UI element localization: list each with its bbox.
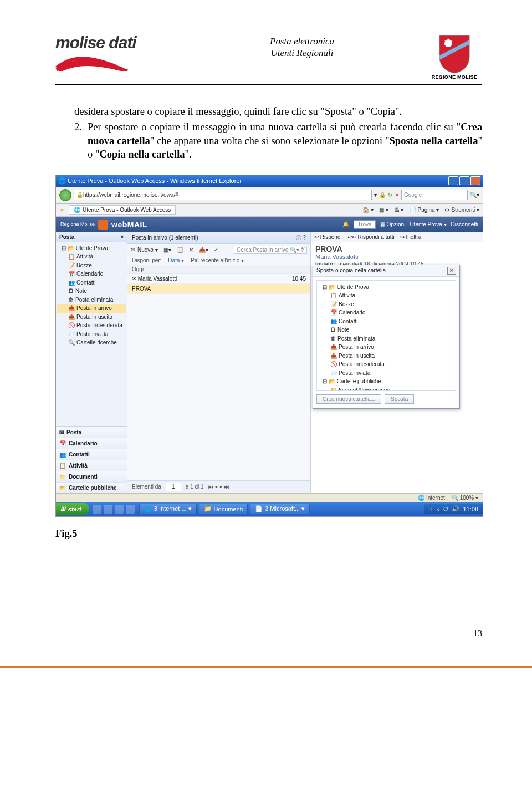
browser-tab[interactable]: 🌐 Utente Prova - Outlook Web Access — [69, 205, 176, 215]
tree-item[interactable]: 🗑 Posta eliminata — [318, 334, 454, 343]
sidebar-bottom-nav: ✉ Posta 📅 Calendario 👥 Contatti 📋 Attivi… — [56, 426, 127, 493]
folder-heading: Posta in arrivo (1 elementi) — [132, 235, 198, 241]
page-menu[interactable]: 📄 Pagina ▾ — [410, 207, 439, 213]
tree-item[interactable]: 📤 Posta in uscita — [57, 313, 126, 322]
favorites-icon[interactable]: ★ — [59, 207, 64, 213]
tray-icon: 🛡 — [442, 506, 448, 512]
message-list: Oggi ✉ Maria Vassalotti10.45 PROVA — [127, 265, 310, 294]
tree-item[interactable]: 📋 Attività — [318, 291, 454, 300]
nav-contatti[interactable]: 👥 Contatti — [56, 449, 127, 460]
reply-all-button[interactable]: ↩↩ Rispondi a tutti — [347, 234, 395, 240]
address-bar[interactable]: 🔒 https://webmail.regione.molise.it/owa/… — [74, 190, 372, 200]
start-button[interactable]: ⊞ start — [56, 503, 89, 515]
tree-item[interactable]: ⊟ 📂 Utente Prova — [318, 283, 454, 292]
quick-launch[interactable] — [89, 505, 138, 514]
options-menu[interactable]: ▦ Opzioni — [380, 221, 406, 227]
home-icon[interactable]: 🏠 ▾ — [362, 207, 374, 213]
group-header: Oggi — [127, 265, 310, 274]
message-row-selected[interactable]: PROVA — [127, 284, 310, 294]
tree-item-selected[interactable]: 📥 Posta in arrivo — [57, 304, 126, 313]
arrange-by[interactable]: Data ▾ — [168, 257, 184, 263]
tree-item[interactable]: ⊟ 📂 Cartelle pubbliche — [318, 377, 454, 386]
tree-item[interactable]: 🗒 Note — [57, 287, 126, 296]
pager: Elementi da a 1 di 1 ⏮ ◀ ▶ ⏭ — [127, 480, 310, 493]
paragraph-continuation: desidera spostare o copiare il messaggio… — [74, 105, 482, 118]
crest-regione-molise: REGIONE MOLISE — [427, 33, 482, 80]
search-messages[interactable]: Cerca Posta in arrivo 🔍▾ ∛ — [234, 246, 307, 254]
print-icon[interactable]: 🖶 ▾ — [394, 207, 404, 213]
new-button[interactable]: ✉ Nuovo ▾ — [131, 247, 158, 253]
tree-item[interactable]: 📁 Internet Newsgroups — [318, 386, 454, 391]
footer-rule — [0, 666, 532, 668]
toolbar-btn[interactable]: 📥▾ — [199, 247, 208, 253]
pager-nav[interactable]: ⏮ ◀ ▶ ⏭ — [208, 484, 229, 490]
tree-item[interactable]: 📝 Bozze — [57, 261, 126, 270]
taskbar-button-ie[interactable]: 🌐 3 Internet ... ▾ — [139, 504, 197, 514]
message-list-pane: Posta in arrivo (1 elementi)ⓘ ? ✉ Nuovo … — [127, 232, 311, 493]
delete-button[interactable]: ✕ — [189, 247, 193, 253]
create-folder-button[interactable]: Crea nuova cartella... — [316, 394, 381, 404]
tools-menu[interactable]: ⚙ Strumenti ▾ — [444, 207, 479, 213]
page-header: molise dati Posta elettronica Utenti Reg… — [55, 33, 482, 80]
search-box[interactable]: Google — [401, 190, 468, 200]
tree-item[interactable]: ⊟ 📂 Utente Prova — [57, 244, 126, 253]
refresh-icon[interactable]: ↻ — [388, 192, 392, 198]
find-box[interactable]: Trova — [354, 220, 375, 229]
forward-button[interactable]: ↪ Inoltra — [400, 234, 422, 240]
reading-toolbar: ↩ Rispondi ↩↩ Rispondi a tutti ↪ Inoltra — [311, 232, 483, 242]
tree-item[interactable]: 📤 Posta in uscita — [318, 352, 454, 361]
nav-calendario[interactable]: 📅 Calendario — [56, 438, 127, 449]
window-buttons[interactable] — [447, 176, 480, 186]
move-copy-dialog: Sposta o copia nella cartella ✕ ⊟ 📂 Uten… — [313, 265, 460, 409]
header-rule — [55, 84, 482, 85]
stop-icon[interactable]: ✕ — [395, 192, 399, 198]
tree-item[interactable]: 📨 Posta inviata — [318, 369, 454, 378]
nav-cartelle-pubbliche[interactable]: 📂 Cartelle pubbliche — [56, 482, 127, 493]
tree-item[interactable]: 📅 Calendario — [57, 270, 126, 278]
taskbar-button-documents[interactable]: 📁 Documenti — [199, 504, 248, 514]
zone-indicator: 🌐 Internet — [418, 495, 445, 501]
alerts-icon[interactable]: 🔔 — [342, 221, 349, 227]
taskbar-button-word[interactable]: 📄 3 Microsoft... ▾ — [250, 504, 310, 514]
nav-attivita[interactable]: 📋 Attività — [56, 460, 127, 471]
toolbar-btn[interactable]: ✓ — [214, 247, 218, 253]
zoom-control[interactable]: 🔍 100% ▾ — [452, 495, 478, 501]
toolbar-btn[interactable]: ▦▾ — [163, 247, 171, 253]
arrange-order[interactable]: Più recente all'inizio ▾ — [191, 257, 244, 263]
owa-header: Regione Molise webMAIL 🔔 Trova ▦ Opzioni… — [56, 217, 483, 232]
refresh-icon[interactable]: ▾ — [374, 192, 377, 198]
nav-posta[interactable]: ✉ Posta — [56, 427, 127, 438]
tree-item[interactable]: 👥 Contatti — [318, 317, 454, 326]
logout-link[interactable]: Disconnetti — [451, 221, 478, 227]
back-button[interactable] — [59, 189, 71, 201]
tree-item[interactable]: 👥 Contatti — [57, 278, 126, 287]
tree-item[interactable]: 🗑 Posta eliminata — [57, 296, 126, 304]
reply-button[interactable]: ↩ Rispondi — [314, 234, 342, 240]
search-go-icon[interactable]: 🔍▾ — [470, 192, 479, 198]
help-icon[interactable]: ⓘ ? — [296, 234, 306, 242]
tree-item[interactable]: 📅 Calendario — [318, 308, 454, 317]
tree-item[interactable]: 📥 Posta in arrivo — [318, 343, 454, 352]
system-tray[interactable]: IT ‹🛡🔊 11:08 — [424, 504, 483, 514]
toolbar-btn[interactable]: 📋 — [177, 247, 183, 253]
message-row[interactable]: ✉ Maria Vassalotti10.45 — [127, 274, 310, 284]
region-label: Regione Molise — [60, 222, 95, 227]
user-menu[interactable]: Utente Prova ▾ — [410, 221, 446, 227]
pager-from-input[interactable] — [166, 483, 181, 491]
move-button[interactable]: Sposta — [385, 394, 414, 404]
nav-documenti[interactable]: 📁 Documenti — [56, 471, 127, 482]
feeds-icon[interactable]: ▦ ▾ — [379, 207, 388, 213]
tree-item[interactable]: 📋 Attività — [57, 252, 126, 261]
dialog-close-button[interactable]: ✕ — [447, 267, 456, 275]
tree-item[interactable]: 📝 Bozze — [318, 300, 454, 309]
tree-item[interactable]: 🚫 Posta indesiderata — [57, 321, 126, 330]
tree-item[interactable]: 📨 Posta inviata — [57, 330, 126, 339]
window-titlebar: 🌐 Utente Prova - Outlook Web Access - Wi… — [56, 175, 483, 187]
collapse-icon[interactable]: « — [120, 234, 124, 240]
tree-item[interactable]: 🔍 Cartelle ricerche — [57, 338, 126, 347]
lock-icon: 🔒 — [379, 192, 386, 198]
message-subject: PROVA — [311, 242, 483, 253]
tray-icon: 🔊 — [452, 505, 459, 512]
tree-item[interactable]: 🗒 Note — [318, 326, 454, 334]
tree-item[interactable]: 🚫 Posta indesiderata — [318, 360, 454, 369]
